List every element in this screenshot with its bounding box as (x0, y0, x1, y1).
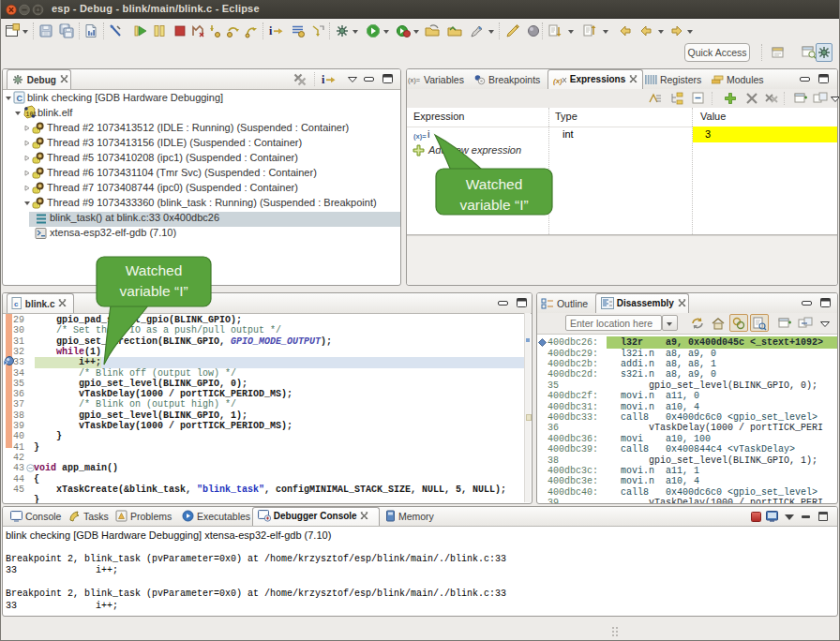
svg-text:i: i (269, 24, 273, 37)
svg-text:Watched: Watched (126, 262, 183, 278)
svg-text:101: 101 (26, 112, 38, 118)
svg-text:(x)=: (x)= (413, 132, 427, 141)
svg-text:variable “I”: variable “I” (459, 197, 528, 213)
svg-text:(x): (x) (553, 77, 562, 85)
svg-text:C: C (17, 94, 23, 103)
svg-text:variable “I”: variable “I” (119, 283, 188, 299)
svg-text:Watched: Watched (466, 176, 523, 192)
svg-text:(x)=: (x)= (408, 76, 421, 84)
svg-text:i: i (322, 73, 325, 86)
